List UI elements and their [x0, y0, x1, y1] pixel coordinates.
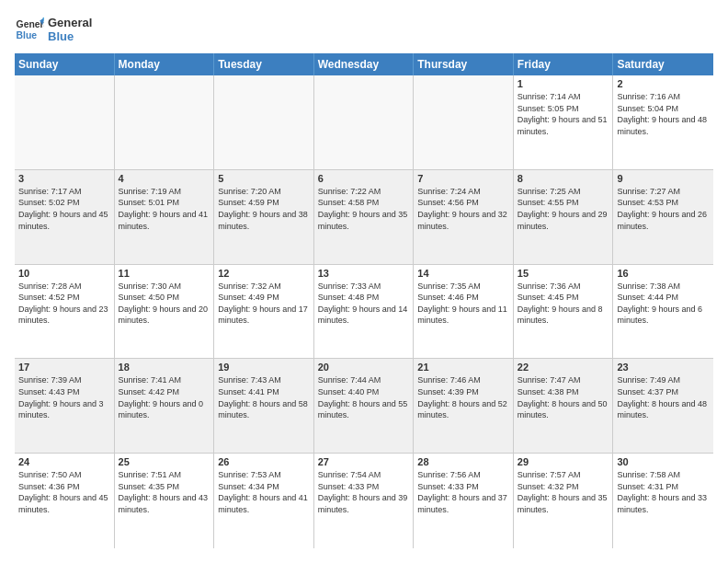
day-info: Sunrise: 7:46 AM Sunset: 4:39 PM Dayligh… — [417, 374, 509, 420]
day-info: Sunrise: 7:50 AM Sunset: 4:36 PM Dayligh… — [18, 469, 110, 515]
calendar: SundayMondayTuesdayWednesdayThursdayFrid… — [15, 53, 713, 548]
day-number: 11 — [119, 268, 210, 279]
day-info: Sunrise: 7:49 AM Sunset: 4:37 PM Dayligh… — [617, 374, 710, 420]
calendar-cell: 18Sunrise: 7:41 AM Sunset: 4:42 PM Dayli… — [115, 359, 215, 453]
calendar-cell: 17Sunrise: 7:39 AM Sunset: 4:43 PM Dayli… — [15, 359, 115, 453]
day-number: 18 — [119, 362, 210, 373]
calendar-cell — [115, 75, 215, 169]
calendar-cell: 28Sunrise: 7:56 AM Sunset: 4:33 PM Dayli… — [414, 454, 514, 548]
calendar-row-2: 3Sunrise: 7:17 AM Sunset: 5:02 PM Daylig… — [15, 170, 713, 265]
day-info: Sunrise: 7:54 AM Sunset: 4:33 PM Dayligh… — [318, 469, 410, 515]
header-day-tuesday: Tuesday — [214, 53, 314, 75]
calendar-cell: 23Sunrise: 7:49 AM Sunset: 4:37 PM Dayli… — [613, 359, 713, 453]
day-number: 2 — [617, 78, 710, 89]
calendar-cell — [414, 75, 514, 169]
day-info: Sunrise: 7:38 AM Sunset: 4:44 PM Dayligh… — [617, 281, 710, 327]
svg-text:General: General — [17, 19, 44, 29]
day-number: 9 — [617, 173, 710, 184]
day-info: Sunrise: 7:25 AM Sunset: 4:55 PM Dayligh… — [518, 186, 609, 232]
calendar-cell — [15, 75, 115, 169]
day-info: Sunrise: 7:27 AM Sunset: 4:53 PM Dayligh… — [617, 186, 710, 232]
day-number: 5 — [218, 173, 310, 184]
calendar-row-4: 17Sunrise: 7:39 AM Sunset: 4:43 PM Dayli… — [15, 359, 713, 454]
day-number: 1 — [518, 78, 609, 89]
calendar-cell: 5Sunrise: 7:20 AM Sunset: 4:59 PM Daylig… — [214, 170, 314, 264]
day-number: 24 — [18, 456, 110, 467]
calendar-cell: 2Sunrise: 7:16 AM Sunset: 5:04 PM Daylig… — [613, 75, 713, 169]
calendar-cell — [314, 75, 415, 169]
calendar-cell: 21Sunrise: 7:46 AM Sunset: 4:39 PM Dayli… — [414, 359, 514, 453]
day-info: Sunrise: 7:22 AM Sunset: 4:58 PM Dayligh… — [318, 186, 410, 232]
day-info: Sunrise: 7:35 AM Sunset: 4:46 PM Dayligh… — [417, 281, 509, 327]
calendar-cell: 12Sunrise: 7:32 AM Sunset: 4:49 PM Dayli… — [214, 265, 314, 359]
day-number: 14 — [417, 268, 509, 279]
day-info: Sunrise: 7:44 AM Sunset: 4:40 PM Dayligh… — [318, 374, 410, 420]
calendar-cell: 11Sunrise: 7:30 AM Sunset: 4:50 PM Dayli… — [115, 265, 215, 359]
day-info: Sunrise: 7:19 AM Sunset: 5:01 PM Dayligh… — [119, 186, 210, 232]
logo: General Blue General Blue — [15, 15, 92, 44]
calendar-cell: 25Sunrise: 7:51 AM Sunset: 4:35 PM Dayli… — [115, 454, 215, 548]
day-info: Sunrise: 7:33 AM Sunset: 4:48 PM Dayligh… — [318, 281, 410, 327]
day-info: Sunrise: 7:17 AM Sunset: 5:02 PM Dayligh… — [18, 186, 110, 232]
header-day-wednesday: Wednesday — [314, 53, 415, 75]
header-day-sunday: Sunday — [15, 53, 115, 75]
day-info: Sunrise: 7:16 AM Sunset: 5:04 PM Dayligh… — [617, 91, 710, 137]
day-number: 6 — [318, 173, 410, 184]
page-header: General Blue General Blue — [15, 15, 713, 44]
calendar-cell: 4Sunrise: 7:19 AM Sunset: 5:01 PM Daylig… — [115, 170, 215, 264]
day-number: 25 — [119, 456, 210, 467]
calendar-row-5: 24Sunrise: 7:50 AM Sunset: 4:36 PM Dayli… — [15, 454, 713, 548]
day-info: Sunrise: 7:30 AM Sunset: 4:50 PM Dayligh… — [119, 281, 210, 327]
svg-text:Blue: Blue — [17, 30, 38, 40]
calendar-cell: 20Sunrise: 7:44 AM Sunset: 4:40 PM Dayli… — [314, 359, 415, 453]
day-number: 17 — [18, 362, 110, 373]
calendar-row-3: 10Sunrise: 7:28 AM Sunset: 4:52 PM Dayli… — [15, 265, 713, 360]
day-number: 21 — [417, 362, 509, 373]
day-number: 28 — [417, 456, 509, 467]
day-info: Sunrise: 7:32 AM Sunset: 4:49 PM Dayligh… — [218, 281, 310, 327]
day-number: 30 — [617, 456, 710, 467]
day-info: Sunrise: 7:39 AM Sunset: 4:43 PM Dayligh… — [18, 374, 110, 420]
day-number: 29 — [518, 456, 609, 467]
calendar-cell: 16Sunrise: 7:38 AM Sunset: 4:44 PM Dayli… — [613, 265, 713, 359]
header-day-thursday: Thursday — [414, 53, 514, 75]
calendar-cell — [214, 75, 314, 169]
day-info: Sunrise: 7:24 AM Sunset: 4:56 PM Dayligh… — [417, 186, 509, 232]
day-number: 13 — [318, 268, 410, 279]
day-number: 26 — [218, 456, 310, 467]
calendar-cell: 13Sunrise: 7:33 AM Sunset: 4:48 PM Dayli… — [314, 265, 415, 359]
logo-blue: Blue — [48, 29, 92, 43]
calendar-body: 1Sunrise: 7:14 AM Sunset: 5:05 PM Daylig… — [15, 75, 713, 548]
day-number: 7 — [417, 173, 509, 184]
day-info: Sunrise: 7:47 AM Sunset: 4:38 PM Dayligh… — [518, 374, 609, 420]
day-info: Sunrise: 7:14 AM Sunset: 5:05 PM Dayligh… — [518, 91, 609, 137]
day-number: 3 — [18, 173, 110, 184]
day-number: 19 — [218, 362, 310, 373]
day-info: Sunrise: 7:36 AM Sunset: 4:45 PM Dayligh… — [518, 281, 609, 327]
header-day-saturday: Saturday — [613, 53, 713, 75]
logo-icon: General Blue — [15, 15, 44, 44]
calendar-cell: 6Sunrise: 7:22 AM Sunset: 4:58 PM Daylig… — [314, 170, 415, 264]
calendar-cell: 24Sunrise: 7:50 AM Sunset: 4:36 PM Dayli… — [15, 454, 115, 548]
day-number: 10 — [18, 268, 110, 279]
day-info: Sunrise: 7:57 AM Sunset: 4:32 PM Dayligh… — [518, 469, 609, 515]
calendar-cell: 27Sunrise: 7:54 AM Sunset: 4:33 PM Dayli… — [314, 454, 415, 548]
day-info: Sunrise: 7:43 AM Sunset: 4:41 PM Dayligh… — [218, 374, 310, 420]
calendar-cell: 8Sunrise: 7:25 AM Sunset: 4:55 PM Daylig… — [514, 170, 614, 264]
calendar-row-1: 1Sunrise: 7:14 AM Sunset: 5:05 PM Daylig… — [15, 75, 713, 170]
day-info: Sunrise: 7:20 AM Sunset: 4:59 PM Dayligh… — [218, 186, 310, 232]
calendar-cell: 1Sunrise: 7:14 AM Sunset: 5:05 PM Daylig… — [514, 75, 614, 169]
day-number: 8 — [518, 173, 609, 184]
calendar-cell: 29Sunrise: 7:57 AM Sunset: 4:32 PM Dayli… — [514, 454, 614, 548]
calendar-cell: 7Sunrise: 7:24 AM Sunset: 4:56 PM Daylig… — [414, 170, 514, 264]
calendar-cell: 9Sunrise: 7:27 AM Sunset: 4:53 PM Daylig… — [613, 170, 713, 264]
day-info: Sunrise: 7:56 AM Sunset: 4:33 PM Dayligh… — [417, 469, 509, 515]
day-number: 16 — [617, 268, 710, 279]
day-number: 27 — [318, 456, 410, 467]
calendar-cell: 14Sunrise: 7:35 AM Sunset: 4:46 PM Dayli… — [414, 265, 514, 359]
day-info: Sunrise: 7:51 AM Sunset: 4:35 PM Dayligh… — [119, 469, 210, 515]
header-day-friday: Friday — [514, 53, 614, 75]
day-info: Sunrise: 7:58 AM Sunset: 4:31 PM Dayligh… — [617, 469, 710, 515]
day-number: 22 — [518, 362, 609, 373]
calendar-cell: 19Sunrise: 7:43 AM Sunset: 4:41 PM Dayli… — [214, 359, 314, 453]
